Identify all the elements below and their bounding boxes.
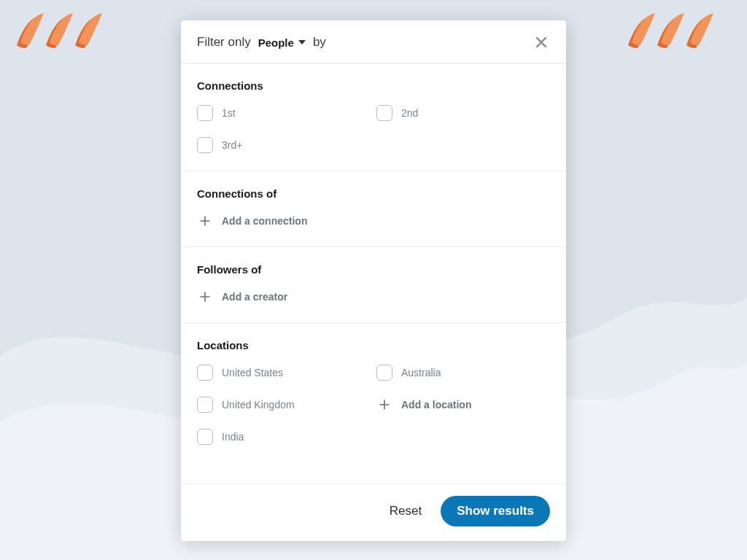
checkbox-label: United Kingdom xyxy=(222,399,295,411)
add-location-button[interactable]: Add a location xyxy=(376,397,550,413)
section-locations: Locations United States Australia United… xyxy=(181,323,566,462)
checkbox-label: 2nd xyxy=(401,107,418,119)
checkbox-connection-2nd[interactable]: 2nd xyxy=(376,105,550,121)
add-creator-button[interactable]: Add a creator xyxy=(197,289,550,305)
checkbox-icon xyxy=(197,397,213,413)
section-followers-of: Followers of Add a creator xyxy=(181,247,566,323)
checkbox-icon xyxy=(197,105,213,121)
plus-icon xyxy=(197,213,213,229)
checkbox-icon xyxy=(376,365,392,381)
dropdown-value: People xyxy=(258,36,294,49)
header-prefix: Filter only xyxy=(197,35,251,50)
checkbox-location-in[interactable]: India xyxy=(197,429,371,445)
checkbox-icon xyxy=(376,105,392,121)
checkbox-location-us[interactable]: United States xyxy=(197,365,371,381)
logo-swoosh-left xyxy=(13,10,123,54)
modal-body[interactable]: Connections 1st 2nd 3rd+ Connections of xyxy=(181,63,566,483)
modal-footer: Reset Show results xyxy=(181,483,566,541)
logo-swoosh-right xyxy=(624,10,734,54)
show-results-button[interactable]: Show results xyxy=(441,496,550,526)
checkbox-label: United States xyxy=(222,367,283,378)
checkbox-label: India xyxy=(222,431,244,443)
section-connections-of: Connections of Add a connection xyxy=(181,171,566,247)
section-title: Locations xyxy=(197,339,550,351)
section-title: Followers of xyxy=(197,263,550,276)
checkbox-label: 3rd+ xyxy=(222,139,242,151)
add-label: Add a creator xyxy=(222,291,287,303)
add-connection-button[interactable]: Add a connection xyxy=(197,213,550,229)
header-suffix: by xyxy=(313,35,326,50)
chevron-down-icon xyxy=(298,40,306,44)
checkbox-icon xyxy=(197,365,213,381)
checkbox-label: 1st xyxy=(222,107,236,119)
reset-button[interactable]: Reset xyxy=(385,498,426,524)
modal-header: Filter only People by xyxy=(181,20,566,63)
plus-icon xyxy=(197,289,213,305)
plus-icon xyxy=(376,397,392,413)
checkbox-icon xyxy=(197,137,213,153)
entity-type-dropdown[interactable]: People xyxy=(258,36,306,49)
section-title: Connections of xyxy=(197,187,550,200)
add-label: Add a location xyxy=(401,399,471,411)
checkbox-location-uk[interactable]: United Kingdom xyxy=(197,397,371,413)
checkbox-label: Australia xyxy=(401,367,441,378)
add-label: Add a connection xyxy=(222,215,307,227)
close-icon xyxy=(534,35,549,50)
filter-modal: Filter only People by Connections 1st 2n… xyxy=(181,20,566,541)
close-button[interactable] xyxy=(533,34,550,51)
checkbox-connection-1st[interactable]: 1st xyxy=(197,105,371,121)
checkbox-icon xyxy=(197,429,213,445)
checkbox-connection-3rdplus[interactable]: 3rd+ xyxy=(197,137,371,153)
section-connections: Connections 1st 2nd 3rd+ xyxy=(181,63,566,171)
checkbox-location-au[interactable]: Australia xyxy=(376,365,550,381)
section-title: Connections xyxy=(197,79,550,92)
